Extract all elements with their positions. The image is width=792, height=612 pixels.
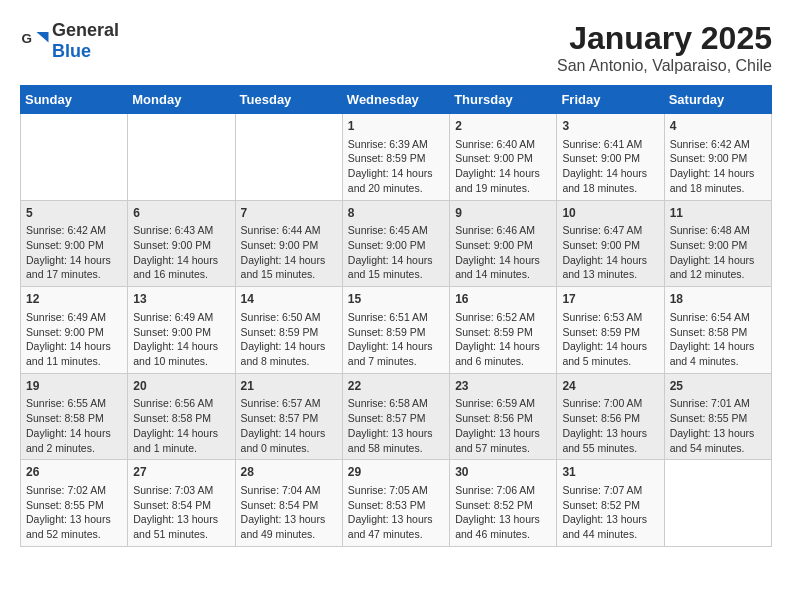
day-info-line: Daylight: 14 hours xyxy=(348,166,444,181)
day-info-line: Daylight: 14 hours xyxy=(133,253,229,268)
calendar-cell: 9Sunrise: 6:46 AMSunset: 9:00 PMDaylight… xyxy=(450,200,557,287)
day-info-line: Sunset: 8:55 PM xyxy=(26,498,122,513)
day-info-line: and 58 minutes. xyxy=(348,441,444,456)
day-number: 7 xyxy=(241,205,337,222)
day-info-line: Sunset: 9:00 PM xyxy=(562,151,658,166)
day-info-line: and 55 minutes. xyxy=(562,441,658,456)
calendar-cell: 28Sunrise: 7:04 AMSunset: 8:54 PMDayligh… xyxy=(235,460,342,547)
weekday-header-thursday: Thursday xyxy=(450,86,557,114)
day-info-line: and 5 minutes. xyxy=(562,354,658,369)
calendar-cell: 21Sunrise: 6:57 AMSunset: 8:57 PMDayligh… xyxy=(235,373,342,460)
day-number: 13 xyxy=(133,291,229,308)
day-number: 11 xyxy=(670,205,766,222)
calendar-cell xyxy=(664,460,771,547)
day-number: 20 xyxy=(133,378,229,395)
calendar-cell: 4Sunrise: 6:42 AMSunset: 9:00 PMDaylight… xyxy=(664,114,771,201)
day-info-line: and 54 minutes. xyxy=(670,441,766,456)
day-info-line: Sunset: 8:59 PM xyxy=(241,325,337,340)
calendar-cell: 26Sunrise: 7:02 AMSunset: 8:55 PMDayligh… xyxy=(21,460,128,547)
day-info-line: Daylight: 14 hours xyxy=(241,339,337,354)
location-subtitle: San Antonio, Valparaiso, Chile xyxy=(557,57,772,75)
day-number: 27 xyxy=(133,464,229,481)
day-info-line: and 6 minutes. xyxy=(455,354,551,369)
calendar-cell: 12Sunrise: 6:49 AMSunset: 9:00 PMDayligh… xyxy=(21,287,128,374)
day-number: 2 xyxy=(455,118,551,135)
day-info-line: Sunrise: 7:04 AM xyxy=(241,483,337,498)
day-info-line: Sunrise: 6:59 AM xyxy=(455,396,551,411)
day-info-line: and 8 minutes. xyxy=(241,354,337,369)
calendar-cell: 19Sunrise: 6:55 AMSunset: 8:58 PMDayligh… xyxy=(21,373,128,460)
day-info-line: Sunset: 9:00 PM xyxy=(670,151,766,166)
day-info-line: Daylight: 13 hours xyxy=(26,512,122,527)
day-info-line: Sunset: 9:00 PM xyxy=(26,238,122,253)
weekday-header-sunday: Sunday xyxy=(21,86,128,114)
day-number: 16 xyxy=(455,291,551,308)
day-info-line: Daylight: 14 hours xyxy=(562,339,658,354)
svg-text:G: G xyxy=(22,31,33,46)
day-number: 25 xyxy=(670,378,766,395)
day-info-line: Sunrise: 6:50 AM xyxy=(241,310,337,325)
day-info-line: Sunset: 9:00 PM xyxy=(133,325,229,340)
day-info-line: Sunrise: 7:01 AM xyxy=(670,396,766,411)
calendar-cell: 10Sunrise: 6:47 AMSunset: 9:00 PMDayligh… xyxy=(557,200,664,287)
calendar-week-row: 19Sunrise: 6:55 AMSunset: 8:58 PMDayligh… xyxy=(21,373,772,460)
day-info-line: and 47 minutes. xyxy=(348,527,444,542)
day-info-line: and 17 minutes. xyxy=(26,267,122,282)
day-info-line: Daylight: 13 hours xyxy=(348,512,444,527)
logo-general-text: General xyxy=(52,20,119,40)
day-info-line: Sunset: 9:00 PM xyxy=(562,238,658,253)
day-info-line: Sunset: 8:54 PM xyxy=(133,498,229,513)
day-info-line: and 57 minutes. xyxy=(455,441,551,456)
day-number: 3 xyxy=(562,118,658,135)
day-info-line: Sunrise: 7:00 AM xyxy=(562,396,658,411)
day-info-line: and 14 minutes. xyxy=(455,267,551,282)
day-info-line: Sunrise: 6:58 AM xyxy=(348,396,444,411)
logo-icon: G xyxy=(20,26,50,56)
calendar-week-row: 12Sunrise: 6:49 AMSunset: 9:00 PMDayligh… xyxy=(21,287,772,374)
day-info-line: Sunrise: 6:45 AM xyxy=(348,223,444,238)
day-info-line: Sunrise: 6:46 AM xyxy=(455,223,551,238)
day-info-line: Sunset: 8:57 PM xyxy=(348,411,444,426)
day-number: 14 xyxy=(241,291,337,308)
day-info-line: Daylight: 13 hours xyxy=(455,426,551,441)
logo: G General Blue xyxy=(20,20,119,62)
calendar-cell: 16Sunrise: 6:52 AMSunset: 8:59 PMDayligh… xyxy=(450,287,557,374)
day-number: 26 xyxy=(26,464,122,481)
day-info-line: Sunset: 8:58 PM xyxy=(670,325,766,340)
day-info-line: Sunrise: 7:02 AM xyxy=(26,483,122,498)
day-info-line: Sunset: 8:59 PM xyxy=(562,325,658,340)
calendar-cell: 31Sunrise: 7:07 AMSunset: 8:52 PMDayligh… xyxy=(557,460,664,547)
day-info-line: Sunset: 9:00 PM xyxy=(241,238,337,253)
day-info-line: Daylight: 14 hours xyxy=(455,339,551,354)
day-number: 18 xyxy=(670,291,766,308)
day-info-line: Sunset: 8:59 PM xyxy=(348,325,444,340)
day-info-line: Sunset: 8:57 PM xyxy=(241,411,337,426)
day-info-line: Sunrise: 6:56 AM xyxy=(133,396,229,411)
day-info-line: and 51 minutes. xyxy=(133,527,229,542)
calendar-cell: 14Sunrise: 6:50 AMSunset: 8:59 PMDayligh… xyxy=(235,287,342,374)
day-info-line: Sunrise: 6:39 AM xyxy=(348,137,444,152)
calendar-week-row: 1Sunrise: 6:39 AMSunset: 8:59 PMDaylight… xyxy=(21,114,772,201)
day-number: 15 xyxy=(348,291,444,308)
day-number: 19 xyxy=(26,378,122,395)
day-info-line: and 12 minutes. xyxy=(670,267,766,282)
title-block: January 2025 San Antonio, Valparaiso, Ch… xyxy=(557,20,772,75)
day-info-line: Daylight: 13 hours xyxy=(133,512,229,527)
day-info-line: Sunrise: 6:57 AM xyxy=(241,396,337,411)
day-info-line: and 19 minutes. xyxy=(455,181,551,196)
day-number: 8 xyxy=(348,205,444,222)
calendar-cell: 3Sunrise: 6:41 AMSunset: 9:00 PMDaylight… xyxy=(557,114,664,201)
month-year-title: January 2025 xyxy=(557,20,772,57)
day-info-line: Sunrise: 6:43 AM xyxy=(133,223,229,238)
day-info-line: Daylight: 13 hours xyxy=(562,512,658,527)
calendar-cell: 6Sunrise: 6:43 AMSunset: 9:00 PMDaylight… xyxy=(128,200,235,287)
day-info-line: Daylight: 14 hours xyxy=(455,166,551,181)
day-info-line: Sunset: 9:00 PM xyxy=(455,151,551,166)
day-number: 22 xyxy=(348,378,444,395)
day-info-line: and 7 minutes. xyxy=(348,354,444,369)
calendar-cell xyxy=(128,114,235,201)
calendar-cell: 18Sunrise: 6:54 AMSunset: 8:58 PMDayligh… xyxy=(664,287,771,374)
day-info-line: Sunrise: 7:06 AM xyxy=(455,483,551,498)
calendar-cell: 8Sunrise: 6:45 AMSunset: 9:00 PMDaylight… xyxy=(342,200,449,287)
calendar-cell xyxy=(235,114,342,201)
